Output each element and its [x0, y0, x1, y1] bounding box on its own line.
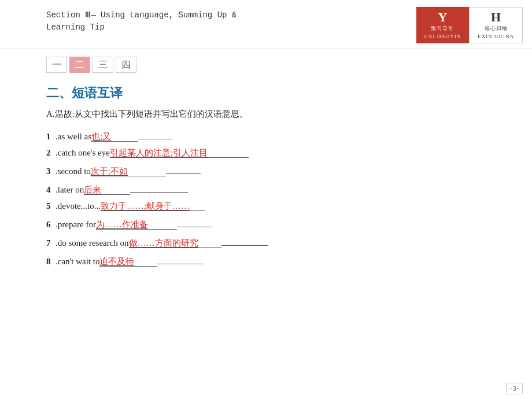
tab-4[interactable]: 四 [116, 57, 136, 73]
trailing-underline [138, 129, 172, 139]
list-item: 6 .prepare for 为……作准备 [46, 217, 486, 230]
list-item: 4 .later on 后来 [46, 182, 486, 195]
list-item: 2 .catch one's eye 引起某人的注意;引人注目 [46, 147, 486, 158]
instruction-text: A.温故:从文中找出下列短语并写出它们的汉语意思。 [46, 109, 486, 120]
h-text1: 核心归纳 [485, 25, 508, 32]
list-item: 3 .second to 次于;不如 [46, 164, 486, 176]
phrase-num: 3 [46, 167, 56, 176]
blank-underline: 也;又 [91, 131, 138, 142]
header: Section Ⅲ— Using Language, Summing Up & … [0, 0, 532, 49]
trailing-underline [130, 182, 188, 193]
phrase-text: .later on [56, 185, 84, 195]
blank-underline: 做……方面的研究 [129, 238, 221, 248]
phrase-text: .as well as [56, 132, 91, 142]
blank-underline: 致力于……;献身于…… [101, 201, 205, 211]
list-item: 7 .do some research on 做……方面的研究 [46, 235, 486, 248]
main-content: 二、短语互译 A.温故:从文中找出下列短语并写出它们的汉语意思。 1 .as w… [0, 79, 532, 272]
phrase-num: 6 [46, 220, 56, 230]
phrase-text: .second to [56, 167, 91, 176]
answer-text: 做……方面的研究 [129, 238, 198, 247]
answer-text: 次于;不如 [91, 167, 128, 176]
blank-underline: 后来 [84, 184, 130, 195]
tab-navigation: 一 二 三 四 [0, 49, 532, 79]
blank-underline: 引起某人的注意;引人注目 [110, 147, 249, 158]
title-line1: Section Ⅲ— Using Language, Summing Up & [46, 9, 237, 21]
phrase-num: 1 [46, 132, 56, 142]
phrase-text: .devote...to... [56, 201, 101, 211]
phrase-text: .do some research on [56, 238, 129, 248]
answer-text: 后来 [84, 185, 101, 194]
y-text2: UXI DAOYIN [424, 34, 461, 39]
h-letter: H [491, 11, 501, 24]
phrase-text: .catch one's eye [56, 148, 110, 158]
phrase-num: 4 [46, 185, 56, 195]
trailing-underline [177, 217, 212, 227]
phrase-list: 1 .as well as 也;又 2 .catch one's eye 引起某… [46, 129, 486, 267]
phrase-text: .prepare for [56, 220, 96, 230]
section-title: 二、短语互译 [46, 84, 486, 102]
blank-underline: 为……作准备 [96, 219, 177, 230]
blank-underline: 次于;不如 [91, 166, 166, 176]
phrase-num: 7 [46, 238, 56, 248]
page-number: -3- [506, 383, 523, 394]
y-text1: 预习导引 [431, 25, 454, 32]
answer-text: 致力于……;献身于…… [101, 201, 190, 210]
phrase-num: 5 [46, 201, 56, 211]
phrase-text: .can't wait to [56, 257, 99, 267]
answer-text: 引起某人的注意;引人注目 [110, 148, 208, 157]
core-summary-icon[interactable]: H 核心归纳 EXIN GUINA [469, 7, 523, 43]
trailing-underline [166, 164, 201, 174]
answer-text: 为……作准备 [96, 220, 148, 229]
phrase-num: 8 [46, 257, 56, 267]
tab-3[interactable]: 三 [93, 57, 113, 73]
tab-1[interactable]: 一 [46, 57, 67, 73]
y-letter: Y [438, 11, 447, 24]
list-item: 1 .as well as 也;又 [46, 129, 486, 142]
tab-2[interactable]: 二 [69, 57, 90, 73]
list-item: 5 .devote...to... 致力于……;献身于…… [46, 201, 486, 211]
header-title: Section Ⅲ— Using Language, Summing Up & … [46, 7, 237, 34]
answer-text: 迫不及待 [99, 257, 134, 266]
trailing-underline [157, 254, 204, 264]
h-text2: EXIN GUINA [478, 34, 514, 39]
blank-underline: 迫不及待 [99, 256, 157, 267]
list-item: 8 .can't wait to 迫不及待 [46, 254, 486, 267]
header-icons: Y 预习导引 UXI DAOYIN H 核心归纳 EXIN GUINA [416, 7, 523, 43]
trailing-underline [221, 235, 268, 246]
title-line2: Learning Tip [46, 21, 237, 34]
answer-text: 也;又 [91, 132, 111, 141]
preview-guide-icon[interactable]: Y 预习导引 UXI DAOYIN [416, 7, 470, 43]
phrase-num: 2 [46, 148, 56, 158]
